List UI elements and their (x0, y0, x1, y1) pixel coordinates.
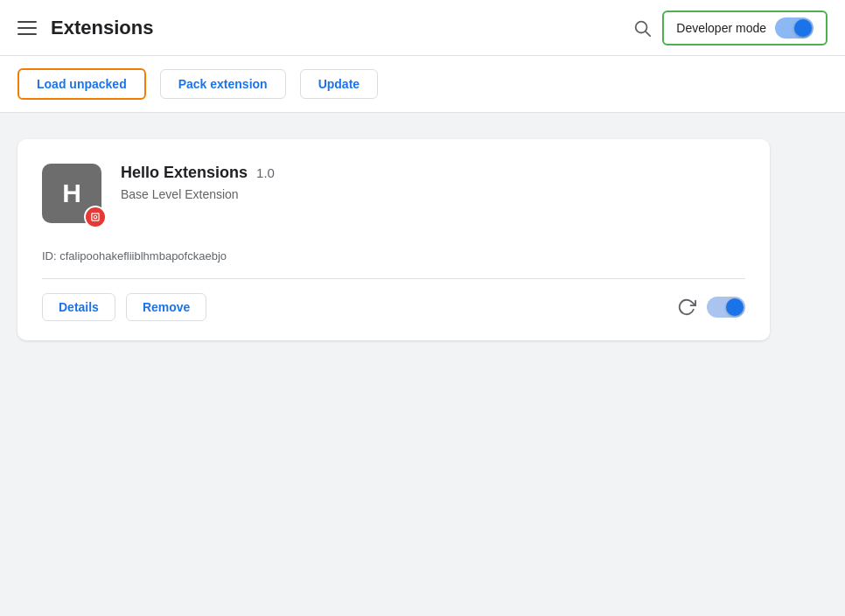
extension-toggle-thumb (726, 298, 744, 316)
menu-icon[interactable] (17, 21, 37, 35)
extension-description: Base Level Extension (121, 187, 745, 201)
toolbar: Load unpacked Pack extension Update (0, 56, 845, 113)
page-title: Extensions (51, 17, 153, 39)
search-icon[interactable] (632, 18, 652, 38)
reload-icon[interactable] (677, 298, 696, 317)
developer-mode-box: Developer mode (662, 10, 828, 46)
extension-enabled-toggle[interactable] (707, 297, 745, 318)
main-content: H Hello Extensions 1.0 Base Level Extens… (0, 113, 845, 616)
card-top: H Hello Extensions 1.0 Base Level Extens… (42, 164, 745, 223)
pack-extension-button[interactable]: Pack extension (160, 69, 286, 99)
header-right: Developer mode (632, 10, 828, 46)
card-bottom: Details Remove (42, 278, 745, 321)
svg-line-1 (646, 32, 650, 36)
extension-icon-wrap: H (42, 164, 101, 223)
developer-mode-toggle[interactable] (775, 18, 814, 38)
extension-name: Hello Extensions (121, 164, 248, 182)
extension-version: 1.0 (256, 165, 275, 180)
toggle-thumb (794, 19, 812, 37)
extension-card: H Hello Extensions 1.0 Base Level Extens… (17, 139, 770, 340)
header-left: Extensions (17, 17, 632, 39)
extension-badge-icon (84, 206, 107, 228)
load-unpacked-button[interactable]: Load unpacked (17, 68, 146, 100)
update-button[interactable]: Update (300, 69, 378, 99)
extension-icon-letter: H (62, 178, 81, 208)
header: Extensions Developer mode (0, 0, 845, 56)
extension-info: Hello Extensions 1.0 Base Level Extensio… (121, 164, 745, 201)
developer-mode-label: Developer mode (676, 21, 766, 35)
details-button[interactable]: Details (42, 293, 115, 321)
extension-id: ID: cfalipoohakefliiblhmbapofckaebjo (42, 249, 745, 262)
remove-button[interactable]: Remove (126, 293, 206, 321)
extension-name-row: Hello Extensions 1.0 (121, 164, 745, 182)
